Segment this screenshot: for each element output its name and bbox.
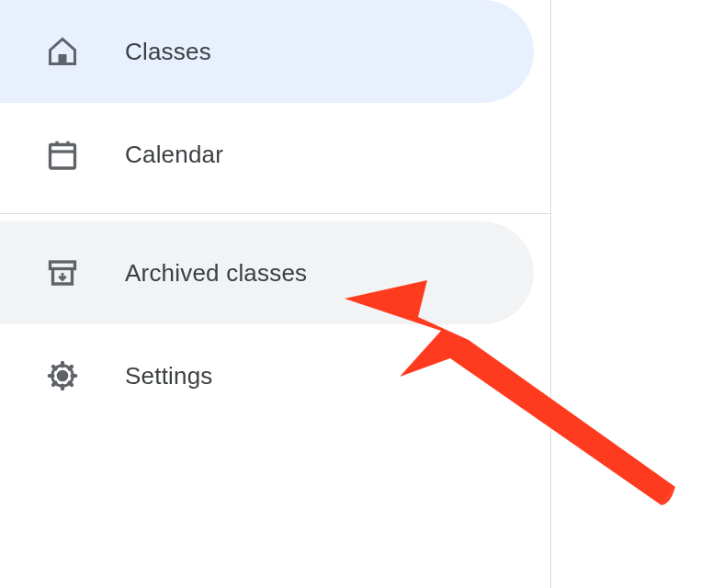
- sidebar-item-label: Archived classes: [125, 259, 307, 288]
- sidebar-item-settings[interactable]: Settings: [0, 324, 534, 427]
- svg-rect-0: [59, 54, 67, 64]
- calendar-icon: [46, 138, 79, 171]
- archive-icon: [46, 256, 79, 289]
- sidebar: Classes Calendar: [0, 0, 551, 588]
- sidebar-item-classes[interactable]: Classes: [0, 0, 534, 103]
- nav-section-top: Classes Calendar: [0, 0, 550, 206]
- home-icon: [46, 35, 79, 68]
- sidebar-item-label: Classes: [125, 38, 211, 66]
- nav-section-bottom: Archived classes Settings: [0, 221, 550, 427]
- sidebar-item-archived[interactable]: Archived classes: [0, 221, 534, 324]
- svg-point-6: [58, 371, 67, 380]
- sidebar-item-label: Calendar: [125, 141, 223, 169]
- svg-rect-1: [51, 145, 75, 169]
- sidebar-item-calendar[interactable]: Calendar: [0, 103, 534, 206]
- gear-icon: [46, 359, 79, 392]
- svg-rect-5: [51, 262, 75, 269]
- sidebar-item-label: Settings: [125, 362, 213, 390]
- divider: [0, 213, 550, 214]
